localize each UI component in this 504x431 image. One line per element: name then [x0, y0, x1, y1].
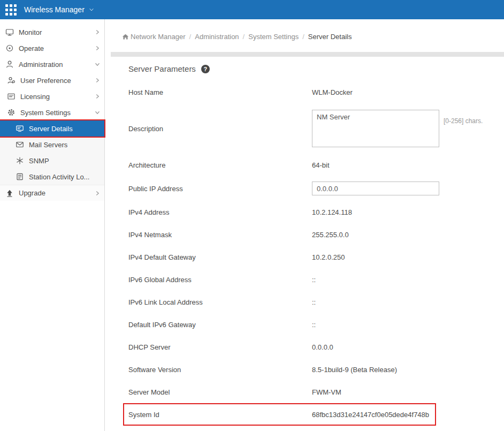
form-row-ipv4-address: IPv4 Address 10.2.124.118	[128, 201, 488, 223]
form-row-public-ip: Public IP Address	[128, 176, 488, 201]
sidebar-item-label: User Preference	[20, 77, 71, 85]
snmp-icon	[16, 156, 24, 165]
breadcrumb-administration[interactable]: Administration	[195, 33, 239, 41]
licensing-icon	[7, 92, 16, 101]
breadcrumb-current: Server Details	[308, 33, 352, 41]
chevron-down-icon	[94, 61, 101, 68]
public-ip-label: Public IP Address	[128, 185, 312, 193]
sidebar-item-station-activity-log[interactable]: Station Activity Lo...	[0, 169, 104, 185]
app-switcher[interactable]: Wireless Manager	[24, 5, 95, 14]
ipv6-link-local-label: IPv6 Link Local Address	[128, 298, 312, 306]
user-icon	[5, 60, 14, 69]
operate-icon	[5, 44, 14, 52]
server-model-label: Server Model	[128, 388, 312, 396]
form-row-software-version: Software Version 8.5-1build-9 (Beta Rele…	[128, 358, 488, 381]
form-row-description: Description NM Server [0-256] chars.	[128, 103, 488, 154]
monitor-icon	[5, 28, 14, 36]
description-hint: [0-256] chars.	[444, 117, 483, 125]
architecture-value: 64-bit	[312, 161, 330, 169]
host-name-label: Host Name	[128, 88, 312, 96]
annotation-system-id: System Id 68fbc13d31e24147cf0e05dede4f74…	[123, 403, 436, 426]
sidebar-item-monitor[interactable]: Monitor	[0, 24, 104, 40]
mail-icon	[16, 140, 24, 149]
sidebar-item-upgrade[interactable]: Upgrade	[0, 185, 104, 201]
sidebar-item-administration[interactable]: Administration	[0, 56, 104, 72]
sidebar-item-label: Licensing	[20, 93, 50, 101]
description-textarea[interactable]: NM Server	[312, 110, 439, 147]
sidebar-item-mail-servers[interactable]: Mail Servers	[0, 137, 104, 153]
form-row-ipv4-gateway: IPv4 Default Gateway 10.2.0.250	[128, 246, 488, 268]
architecture-label: Architecture	[128, 161, 312, 169]
form-row-system-id: System Id 68fbc13d31e24147cf0e05dede4f74…	[128, 403, 488, 426]
ipv4-address-value: 10.2.124.118	[312, 208, 352, 216]
sidebar-item-user-preference[interactable]: User Preference	[0, 72, 104, 88]
ipv4-netmask-label: IPv4 Netmask	[128, 231, 312, 239]
chevron-right-icon	[94, 190, 101, 197]
ipv6-gateway-value: ::	[312, 321, 316, 329]
page-title: Server Parameters	[128, 64, 196, 73]
chevron-right-icon	[94, 93, 101, 100]
form-row-dhcp-server: DHCP Server 0.0.0.0	[128, 336, 488, 358]
ipv4-netmask-value: 255.255.0.0	[312, 231, 349, 239]
sidebar-item-label: SNMP	[29, 157, 49, 165]
breadcrumb-separator: /	[243, 33, 245, 41]
apps-grid-icon[interactable]	[5, 4, 17, 16]
sidebar-item-label: Administration	[19, 61, 63, 69]
form-row-ipv4-netmask: IPv4 Netmask 255.255.0.0	[128, 223, 488, 246]
software-version-label: Software Version	[128, 366, 312, 374]
sidebar-item-label: Upgrade	[19, 189, 45, 197]
server-model-value: FWM-VM	[312, 388, 341, 396]
dhcp-server-label: DHCP Server	[128, 343, 312, 351]
breadcrumb-separator: /	[302, 33, 304, 41]
breadcrumb-separator: /	[189, 33, 192, 41]
server-details-icon	[16, 124, 24, 133]
breadcrumb-home[interactable]: Network Manager	[122, 33, 186, 41]
form-row-server-model: Server Model FWM-VM	[128, 381, 488, 403]
form-row-architecture: Architecture 64-bit	[128, 154, 488, 176]
user-preference-icon	[7, 76, 16, 85]
divider-band	[111, 52, 504, 57]
system-id-label: System Id	[128, 411, 312, 419]
dhcp-server-value: 0.0.0.0	[312, 343, 333, 351]
description-label: Description	[128, 125, 312, 133]
sidebar-item-label: Mail Servers	[29, 141, 67, 149]
form-row-ipv6-gateway: Default IPv6 Gateway ::	[128, 313, 488, 336]
system-id-value: 68fbc13d31e24147cf0e05dede4f748b	[312, 411, 429, 419]
form-row-ipv6-global: IPv6 Global Address ::	[128, 268, 488, 291]
ipv6-link-local-value: ::	[312, 298, 316, 306]
sidebar-item-licensing[interactable]: Licensing	[0, 88, 104, 104]
breadcrumb: Network Manager / Administration / Syste…	[122, 32, 504, 41]
sidebar-item-label: Server Details	[29, 125, 73, 133]
form-row-host-name: Host Name WLM-Docker	[128, 81, 488, 103]
sidebar-item-operate[interactable]: Operate	[0, 40, 104, 56]
sidebar-item-label: Monitor	[19, 28, 42, 36]
ipv4-gateway-value: 10.2.0.250	[312, 253, 345, 261]
gear-icon	[7, 108, 16, 117]
sidebar-item-label: Operate	[19, 44, 44, 52]
ipv6-gateway-label: Default IPv6 Gateway	[128, 321, 312, 329]
ipv4-gateway-label: IPv4 Default Gateway	[128, 253, 312, 261]
sidebar: Monitor Operate Administration	[0, 19, 105, 431]
chevron-right-icon	[94, 44, 101, 52]
sidebar-item-snmp[interactable]: SNMP	[0, 153, 104, 169]
app-title: Wireless Manager	[24, 5, 85, 14]
document-icon	[16, 172, 24, 181]
upgrade-arrow-icon	[5, 189, 14, 198]
sidebar-item-label: System Settings	[20, 109, 71, 117]
sidebar-item-server-details[interactable]: Server Details	[0, 120, 104, 137]
software-version-value: 8.5-1build-9 (Beta Release)	[312, 366, 397, 374]
chevron-down-icon	[94, 109, 101, 116]
ipv4-address-label: IPv4 Address	[128, 208, 312, 216]
ipv6-global-label: IPv6 Global Address	[128, 276, 312, 284]
server-parameters-panel: Server Parameters ? Host Name WLM-Docker…	[105, 57, 504, 426]
chevron-right-icon	[94, 28, 101, 36]
chevron-right-icon	[94, 77, 101, 84]
breadcrumb-system-settings[interactable]: System Settings	[248, 33, 299, 41]
topbar: Wireless Manager	[0, 0, 504, 19]
host-name-value: WLM-Docker	[312, 88, 353, 96]
sidebar-item-system-settings[interactable]: System Settings	[0, 104, 104, 120]
home-icon	[122, 33, 129, 40]
form-row-ipv6-link-local: IPv6 Link Local Address ::	[128, 291, 488, 313]
public-ip-input[interactable]	[312, 182, 439, 195]
help-icon[interactable]: ?	[201, 65, 210, 73]
